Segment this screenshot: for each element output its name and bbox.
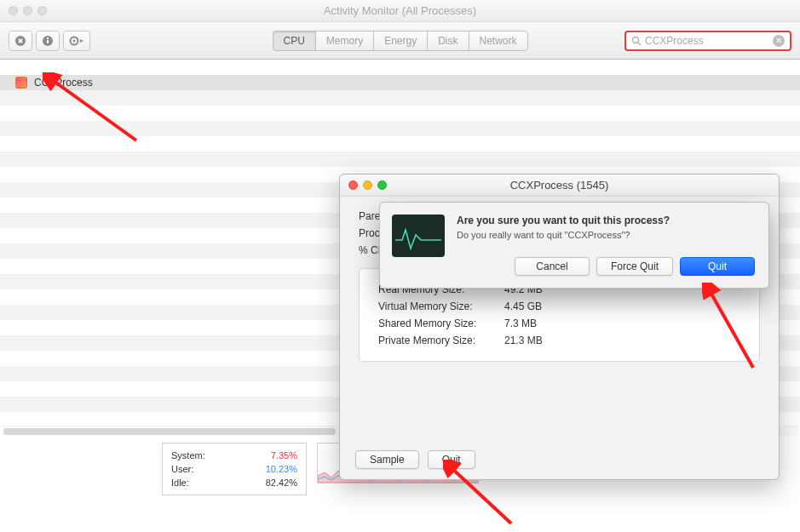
- search-icon: [631, 36, 642, 46]
- mem-shared-value: 7.3 MB: [504, 315, 537, 332]
- svg-rect-4: [47, 40, 49, 43]
- window-title: Activity Monitor (All Processes): [0, 4, 800, 17]
- list-row-empty: [0, 90, 800, 106]
- force-quit-button[interactable]: Force Quit: [596, 257, 673, 276]
- cancel-button[interactable]: Cancel: [515, 257, 590, 276]
- settings-gear-button[interactable]: [63, 31, 90, 51]
- process-info-titlebar: CCXProcess (1545): [340, 174, 779, 197]
- alert-app-icon: [392, 215, 445, 257]
- stat-system-value: 7.35%: [271, 449, 297, 462]
- cpu-stats-box: System:7.35% User:10.23% Idle:82.42%: [162, 443, 307, 495]
- tab-energy[interactable]: Energy: [373, 31, 427, 51]
- process-info-title: CCXProcess (1545): [340, 179, 779, 192]
- stat-user-value: 10.23%: [266, 462, 297, 476]
- scrollbar-thumb[interactable]: [3, 428, 336, 435]
- tab-disk[interactable]: Disk: [427, 31, 468, 51]
- sample-button[interactable]: Sample: [355, 450, 419, 469]
- stat-idle-value: 82.42%: [266, 476, 297, 489]
- toolbar: CPU Memory Energy Disk Network ✕: [0, 22, 800, 60]
- tab-network[interactable]: Network: [469, 31, 528, 51]
- info-button[interactable]: [36, 31, 60, 51]
- titlebar: Activity Monitor (All Processes): [0, 0, 800, 22]
- mem-priv-label: Private Memory Size:: [378, 332, 489, 349]
- svg-line-9: [638, 43, 641, 45]
- stat-idle-label: Idle:: [171, 476, 189, 489]
- search-field[interactable]: ✕: [624, 31, 791, 51]
- tab-bar: CPU Memory Energy Disk Network: [272, 31, 527, 51]
- quit-confirm-dialog: Are you sure you want to quit this proce…: [379, 202, 769, 289]
- mem-priv-value: 21.3 MB: [504, 332, 543, 349]
- list-header-row: [0, 60, 800, 75]
- list-row-empty: [0, 106, 800, 121]
- search-input[interactable]: [645, 35, 773, 47]
- process-info-window: CCXProcess (1545) Parent Proces: % CPU: …: [339, 174, 780, 480]
- alert-body: Do you really want to quit "CCXProcess"?: [457, 230, 755, 240]
- svg-point-8: [633, 37, 639, 43]
- svg-rect-5: [47, 37, 49, 39]
- process-row[interactable]: CCXProcess: [0, 75, 800, 90]
- quit-button[interactable]: Quit: [428, 450, 475, 469]
- svg-point-7: [73, 39, 76, 42]
- stat-user-label: User:: [171, 462, 193, 476]
- mem-virt-value: 4.45 GB: [504, 298, 542, 315]
- mem-virt-label: Virtual Memory Size:: [378, 298, 489, 315]
- process-app-icon: [15, 77, 27, 89]
- tab-memory[interactable]: Memory: [315, 31, 373, 51]
- list-row-empty: [0, 121, 800, 136]
- tab-cpu[interactable]: CPU: [272, 31, 314, 51]
- stop-process-button[interactable]: [9, 31, 32, 51]
- mem-shared-label: Shared Memory Size:: [378, 315, 489, 332]
- clear-search-icon[interactable]: ✕: [773, 35, 785, 47]
- quit-confirm-button[interactable]: Quit: [680, 257, 755, 276]
- process-name: CCXProcess: [34, 77, 93, 89]
- alert-heading: Are you sure you want to quit this proce…: [457, 215, 755, 226]
- list-row-empty: [0, 136, 800, 152]
- stat-system-label: System:: [171, 449, 205, 462]
- list-row-empty: [0, 152, 800, 167]
